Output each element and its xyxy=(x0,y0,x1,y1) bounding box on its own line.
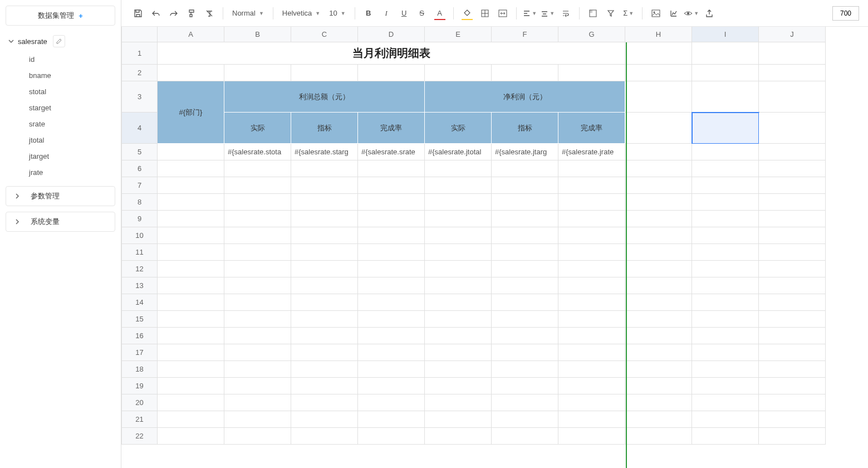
cell[interactable] xyxy=(759,428,826,445)
fill-color-icon[interactable] xyxy=(459,6,475,21)
cell[interactable] xyxy=(291,211,358,227)
cell[interactable] xyxy=(425,177,492,194)
header-cell-rate[interactable]: 完成率 xyxy=(558,113,625,144)
cell[interactable] xyxy=(692,160,759,177)
cell[interactable] xyxy=(358,428,425,445)
cell[interactable] xyxy=(692,42,759,65)
cell[interactable] xyxy=(425,194,492,211)
col-header[interactable]: C xyxy=(291,27,358,42)
data-cell[interactable]: #{salesrate.stota xyxy=(224,144,291,160)
cell[interactable] xyxy=(358,344,425,361)
cell[interactable] xyxy=(425,378,492,394)
col-header[interactable]: A xyxy=(158,27,224,42)
cell[interactable] xyxy=(291,227,358,244)
cell[interactable] xyxy=(224,361,291,378)
cell[interactable] xyxy=(625,227,692,244)
cell[interactable] xyxy=(759,394,826,411)
formula-icon[interactable]: Σ▼ xyxy=(621,6,636,21)
col-header[interactable]: H xyxy=(625,27,692,42)
cell[interactable] xyxy=(358,311,425,328)
cell[interactable] xyxy=(492,311,558,328)
cell[interactable] xyxy=(291,177,358,194)
cell[interactable] xyxy=(291,160,358,177)
cell[interactable] xyxy=(224,261,291,277)
cell[interactable] xyxy=(759,361,826,378)
row-header[interactable]: 4 xyxy=(121,113,158,144)
clear-format-icon[interactable] xyxy=(202,6,217,21)
cell[interactable] xyxy=(291,194,358,211)
field-item[interactable]: jtotal xyxy=(6,132,115,148)
text-color-icon[interactable]: A xyxy=(432,6,448,21)
row-header[interactable]: 20 xyxy=(121,394,158,411)
cell[interactable] xyxy=(425,328,492,344)
freeze-icon[interactable] xyxy=(585,6,601,21)
cell[interactable] xyxy=(425,294,492,311)
title-cell[interactable]: 当月利润明细表 xyxy=(158,42,625,65)
data-cell[interactable]: #{salesrate.jtotal xyxy=(425,144,492,160)
cell[interactable] xyxy=(224,177,291,194)
cell[interactable] xyxy=(692,81,759,113)
cell[interactable] xyxy=(425,65,492,81)
cell[interactable] xyxy=(158,160,224,177)
cell[interactable] xyxy=(224,227,291,244)
font-select[interactable]: Helvetica▼ xyxy=(279,6,323,21)
header-cell-group2[interactable]: 净利润（元） xyxy=(425,81,625,113)
cell[interactable] xyxy=(492,211,558,227)
selected-cell[interactable] xyxy=(692,113,759,144)
cell[interactable] xyxy=(625,113,692,144)
cell[interactable] xyxy=(425,277,492,294)
spreadsheet[interactable]: A B C D E F G H I J 1 当月利润明细表 2 3 #{部门} … xyxy=(121,27,868,468)
cell[interactable] xyxy=(625,194,692,211)
cell[interactable] xyxy=(558,428,625,445)
data-cell[interactable]: #{salesrate.starg xyxy=(291,144,358,160)
data-cell[interactable]: #{salesrate.jtarg xyxy=(492,144,558,160)
wrap-text-icon[interactable] xyxy=(558,6,573,21)
cell[interactable] xyxy=(158,177,224,194)
cell[interactable] xyxy=(158,144,224,160)
cell[interactable] xyxy=(492,394,558,411)
cell[interactable] xyxy=(291,65,358,81)
cell[interactable] xyxy=(224,194,291,211)
cell[interactable] xyxy=(692,328,759,344)
dataset-mgmt-button[interactable]: 数据集管理 + xyxy=(6,6,115,26)
cell[interactable] xyxy=(759,328,826,344)
cell[interactable] xyxy=(158,294,224,311)
row-header[interactable]: 18 xyxy=(121,361,158,378)
cell[interactable] xyxy=(759,277,826,294)
cell[interactable] xyxy=(692,261,759,277)
cell[interactable] xyxy=(558,311,625,328)
cell[interactable] xyxy=(625,244,692,261)
cell[interactable] xyxy=(692,361,759,378)
cell[interactable] xyxy=(692,394,759,411)
cell[interactable] xyxy=(492,261,558,277)
col-header[interactable]: G xyxy=(558,27,625,42)
header-cell-dept[interactable]: #{部门} xyxy=(158,81,224,144)
cell[interactable] xyxy=(425,227,492,244)
cell[interactable] xyxy=(224,411,291,428)
cell[interactable] xyxy=(425,160,492,177)
sys-vars-button[interactable]: 系统变量 xyxy=(6,212,115,232)
cell[interactable] xyxy=(158,194,224,211)
cell[interactable] xyxy=(625,361,692,378)
cell[interactable] xyxy=(625,378,692,394)
cell[interactable] xyxy=(692,277,759,294)
cell[interactable] xyxy=(759,244,826,261)
cell[interactable] xyxy=(158,311,224,328)
cell[interactable] xyxy=(692,227,759,244)
cell[interactable] xyxy=(759,113,826,144)
cell[interactable] xyxy=(492,244,558,261)
cell[interactable] xyxy=(558,277,625,294)
cell[interactable] xyxy=(558,294,625,311)
cell[interactable] xyxy=(759,177,826,194)
cell[interactable] xyxy=(224,394,291,411)
filter-icon[interactable] xyxy=(603,6,619,21)
align-v-icon[interactable]: ▼ xyxy=(540,6,556,21)
field-item[interactable]: starget xyxy=(6,100,115,116)
cell[interactable] xyxy=(291,394,358,411)
cell[interactable] xyxy=(291,411,358,428)
cell[interactable] xyxy=(759,378,826,394)
col-header[interactable]: D xyxy=(358,27,425,42)
cell[interactable] xyxy=(358,211,425,227)
row-header[interactable]: 1 xyxy=(121,42,158,65)
cell[interactable] xyxy=(625,261,692,277)
